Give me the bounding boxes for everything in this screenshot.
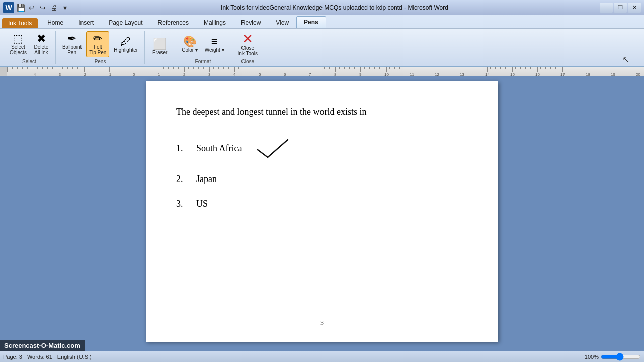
word-logo-icon: W [3,2,14,13]
status-right: 100% [585,353,641,361]
close-ink-tools-icon: ✕ [242,32,253,45]
checkmark-annotation [253,137,293,160]
customize-quick-btn[interactable]: ▾ [60,3,69,12]
select-group-label: Select [22,58,36,64]
answer-text-1: South Africa [196,143,243,154]
status-language: English (U.S.) [57,354,92,360]
format-group-label: Format [195,58,211,64]
tab-home[interactable]: Home [40,17,71,28]
print-quick-btn[interactable]: 🖨 [49,3,58,12]
restore-button[interactable]: ❐ [614,3,627,13]
redo-quick-btn[interactable]: ↪ [38,3,47,12]
delete-all-ink-button[interactable]: ✖ DeleteAll Ink [31,32,51,57]
ruler-corner [0,67,7,76]
status-left: Page: 3 Words: 61 English (U.S.) [3,354,92,360]
page-number: 3 [320,319,324,327]
status-bar: Page: 3 Words: 61 English (U.S.) 100% [0,351,644,362]
color-label: Color ▾ [182,47,198,53]
answer-num-2: 2. [176,174,191,185]
close-group-label: Close [241,58,254,64]
answer-num-3: 3. [176,199,191,209]
ruler-line: -4-3-2-101234567891011121314151617181920 [7,67,644,76]
list-item-3: 3. US [176,199,468,209]
weight-button[interactable]: ≡ Weight ▾ [202,35,227,54]
color-icon: 🎨 [183,36,197,47]
status-words: Words: 61 [27,354,52,360]
ruler: -4-3-2-101234567891011121314151617181920 [0,67,644,76]
minimize-button[interactable]: − [600,3,613,13]
status-zoom: 100% [585,354,599,360]
highlighter-label: Highlighter [114,47,138,53]
close-button[interactable]: ✕ [628,3,641,13]
tab-mailings[interactable]: Mailings [196,17,233,28]
eraser-icon: ⬜ [153,39,167,50]
tab-review[interactable]: Review [233,17,268,28]
select-objects-icon: ⬚ [13,33,23,44]
eraser-label: Eraser [152,50,167,55]
ballpoint-pen-button[interactable]: ✒ BallpointPen [60,32,84,57]
select-objects-button[interactable]: ⬚ SelectObjects [7,32,29,57]
document-page: The deepest and longest tunnel in the wo… [146,81,498,342]
tab-page-layout[interactable]: Page Layout [101,17,150,28]
ribbon-group-select-items: ⬚ SelectObjects ✖ DeleteAll Ink [7,31,51,58]
answer-text-3: US [196,199,208,209]
save-quick-btn[interactable]: 💾 [16,3,25,12]
ribbon-group-format: 🎨 Color ▾ ≡ Weight ▾ Format [175,31,231,64]
ribbon: Ink Tools Home Insert Page Layout Refere… [0,15,644,67]
tab-pens[interactable]: Pens [296,16,326,28]
weight-label: Weight ▾ [205,47,224,53]
ribbon-content: ⬚ SelectObjects ✖ DeleteAll Ink Select ✒… [0,28,644,66]
close-ink-tools-button[interactable]: ✕ CloseInk Tools [235,31,260,58]
select-objects-label: SelectObjects [10,44,27,55]
delete-ink-icon: ✖ [37,33,46,44]
ribbon-group-pens: ✒ BallpointPen ✏ FeltTip Pen 🖊 Highlight… [56,31,145,64]
tab-references[interactable]: References [150,17,196,28]
tab-insert[interactable]: Insert [71,17,101,28]
close-ink-tools-label: CloseInk Tools [238,45,258,56]
answer-list: 1. South Africa 2. Japan 3. US [176,137,468,209]
ink-tools-tab: Ink Tools [2,18,38,28]
ribbon-group-close-items: ✕ CloseInk Tools [235,31,260,58]
question-text: The deepest and longest tunnel in the wo… [176,107,468,117]
status-page: Page: 3 [3,354,22,360]
highlighter-icon: 🖊 [120,36,131,47]
eraser-button[interactable]: ⬜ Eraser [150,37,170,57]
ballpoint-pen-icon: ✒ [67,33,76,44]
pens-group-label: Pens [95,58,106,64]
window-controls: − ❐ ✕ [600,3,641,13]
ribbon-group-select: ⬚ SelectObjects ✖ DeleteAll Ink Select [3,31,56,64]
screencast-watermark: Screencast-O-Matic.com [0,340,85,351]
ribbon-group-eraser: ⬜ Eraser [145,31,175,64]
highlighter-button[interactable]: 🖊 Highlighter [111,35,140,54]
ribbon-group-format-items: 🎨 Color ▾ ≡ Weight ▾ [179,31,226,58]
delete-all-ink-label: DeleteAll Ink [34,44,48,55]
tabs-row: Ink Tools Home Insert Page Layout Refere… [0,15,644,28]
ribbon-group-close: ✕ CloseInk Tools Close [231,31,264,64]
ribbon-group-eraser-items: ⬜ Eraser [150,31,170,63]
answer-num-1: 1. [176,143,191,154]
zoom-slider[interactable] [601,353,641,361]
document-area: The deepest and longest tunnel in the wo… [0,76,644,347]
list-item-1: 1. South Africa [176,137,468,160]
color-button[interactable]: 🎨 Color ▾ [179,35,200,54]
answer-text-2: Japan [196,174,217,185]
felt-tip-pen-icon: ✏ [93,33,102,44]
weight-icon: ≡ [211,36,218,47]
title-bar: W 💾 ↩ ↪ 🖨 ▾ Ink Tools for videoGeneral K… [0,0,644,15]
window-title: Ink Tools for videoGeneral Knowledge MCQ… [69,4,600,11]
tab-view[interactable]: View [268,17,296,28]
felt-tip-pen-label: FeltTip Pen [89,44,106,55]
felt-tip-pen-button[interactable]: ✏ FeltTip Pen [86,31,109,57]
undo-quick-btn[interactable]: ↩ [27,3,36,12]
list-item-2: 2. Japan [176,174,468,185]
title-bar-left: W 💾 ↩ ↪ 🖨 ▾ [3,2,69,13]
ribbon-group-pens-items: ✒ BallpointPen ✏ FeltTip Pen 🖊 Highlight… [60,31,140,58]
ballpoint-pen-label: BallpointPen [62,44,82,55]
